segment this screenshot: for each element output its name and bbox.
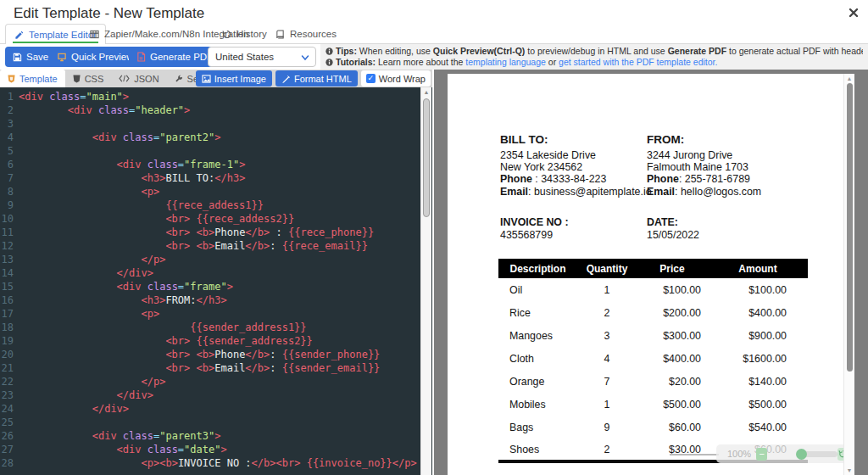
table-cell: 4 [577,347,637,370]
table-cell: 3 [577,324,637,347]
css-shield-icon [73,75,81,83]
titlebar: Edit Template - New Template [0,0,868,22]
code-line: 19 <br> {{sender_address2}} [0,334,432,348]
word-wrap-toggle[interactable]: ✓ Word Wrap [361,70,431,87]
table-row: Cloth4$400.00$1600.00 [498,347,808,370]
scroll-down-arrow-icon[interactable]: ▼ [844,467,854,473]
from-heading: FROM: [647,133,816,146]
code-line: 3 [0,117,432,131]
quick-preview-button[interactable]: Quick Preview [49,47,142,67]
from-phone: Phone: 255-781-6789 [647,173,816,185]
close-icon[interactable] [848,7,860,19]
insert-image-label: Insert Image [214,74,266,84]
window-title: Edit Template - New Template [14,5,204,22]
tips-panel: Tips: When editing, use Quick Preview(Ct… [320,44,868,70]
insert-image-button[interactable]: Insert Image [196,70,272,87]
bill-to-block: BILL TO: 2354 Lakeside Drive New York 23… [500,133,670,198]
bill-to-email: Email: business@apitemplate.io [500,186,670,198]
table-cell: $1600.00 [708,347,808,370]
table-cell: 7 [577,370,637,393]
table-cell: $200.00 [637,301,708,324]
table-cell: Shoes [498,439,577,461]
code-line: 17 <p> [0,307,432,321]
table-cell: 1 [577,278,637,301]
scroll-up-arrow-icon[interactable]: ▲ [844,75,854,81]
scroll-up-arrow-icon[interactable]: ▲ [421,89,431,95]
bill-to-address-2: New York 234562 [500,161,670,173]
invoice-no-block: INVOICE NO : 435568799 [500,216,569,242]
tab-history[interactable]: History [214,24,275,44]
wrench-icon [175,75,183,83]
code-line: 28 <p><b>INVOICE NO :</b><br> {{invoice_… [0,456,432,470]
invoice-no-label: INVOICE NO : [500,216,569,229]
table-cell: Rice [498,301,577,324]
zoom-control-overlay: 100% − [716,444,853,463]
format-html-label: Format HTML [294,74,352,84]
format-html-button[interactable]: Format HTML [275,70,358,87]
pencil-icon [14,31,24,40]
table-row: Orange7$20.00$140.00 [498,370,808,393]
table-header-cell: Price [637,259,708,278]
table-cell: $20.00 [637,370,708,393]
preview-scrollbar-thumb[interactable] [847,83,853,372]
code-line: 2 <div class="header"> [0,103,432,117]
preview-monitor-icon [57,53,67,62]
editor-tab-template[interactable]: Template [0,70,65,87]
table-cell: Mangoes [498,324,577,347]
code-line: 23 </div> [0,388,432,402]
table-cell: 9 [577,416,637,439]
code-line: 20 <br> <b>Phone</b>: {{sender_phone}} [0,348,432,361]
code-line: 15 <div class="frame"> [0,280,432,293]
editor-tab-json[interactable]: JSON [111,70,166,87]
country-select[interactable]: United States [208,47,316,67]
code-brackets-icon [119,75,130,82]
editor-scrollbar-thumb[interactable] [423,98,430,217]
table-header-cell: Description [498,259,577,278]
code-line: 4 <div class="parent2"> [0,131,432,144]
editor-tab-css[interactable]: CSS [65,70,112,87]
template-editor-window: Edit Template - New Template Template Ed… [0,0,868,475]
generate-pdf-label: Generate PDF [150,52,213,62]
code-lines: 1<div class="main">2 <div class="header"… [0,90,432,470]
quick-preview-label: Quick Preview [71,52,134,62]
code-line: 5 [0,144,432,158]
floppy-icon [13,53,22,62]
tab-resources[interactable]: Resources [267,24,345,44]
table-cell: $400.00 [637,347,708,370]
info-icon [326,48,333,55]
tips-link[interactable]: get started with the PDF template editor… [559,57,717,67]
chevron-down-icon [301,54,309,61]
zoom-slider[interactable] [798,451,837,457]
editor-scrollbar[interactable]: ▲ [420,87,431,475]
invoice-table: DescriptionQuantityPriceAmountOil1$100.0… [498,259,808,463]
editor-pane: Template CSS JSON Settings In [0,70,432,475]
bill-to-heading: BILL TO: [500,133,670,146]
info-icon [326,59,333,66]
generate-pdf-button[interactable]: Generate PDF [129,47,220,67]
html-shield-icon [8,75,15,83]
preview-scrollbar[interactable]: ▲ ▼ [843,74,854,475]
table-cell: $140.00 [708,370,808,393]
table-cell: $540.00 [708,416,808,439]
word-wrap-label: Word Wrap [379,74,426,84]
from-block: FROM: 3244 Jurong Drive Falmouth Maine 1… [647,133,816,198]
table-header-row: DescriptionQuantityPriceAmount [498,259,808,278]
code-editor[interactable]: 1<div class="main">2 <div class="header"… [0,87,432,475]
editor-tab-label: JSON [134,74,159,84]
code-line: 22 </p> [0,375,432,388]
bill-to-phone: Phone : 34333-84-223 [500,173,670,185]
table-cell: 1 [577,393,637,416]
zoom-slider-knob[interactable] [796,449,807,460]
invoice-no-value: 435568799 [500,229,569,242]
table-cell: Orange [498,370,577,393]
table-cell: $100.00 [637,278,708,301]
table-cell: Bags [498,416,577,439]
code-line: 10 <br> {{rece_addess2}} [0,212,432,226]
format-pen-icon [281,75,291,83]
date-value: 15/05/2022 [647,229,699,242]
zoom-out-button[interactable]: − [756,448,767,461]
code-line: 13 </p> [0,253,432,266]
tips-line-2: Tutorials: Learn more about the templati… [326,57,863,68]
tips-link[interactable]: templating language [465,57,546,67]
editor-tabbar: Template CSS JSON Settings In [0,70,432,87]
